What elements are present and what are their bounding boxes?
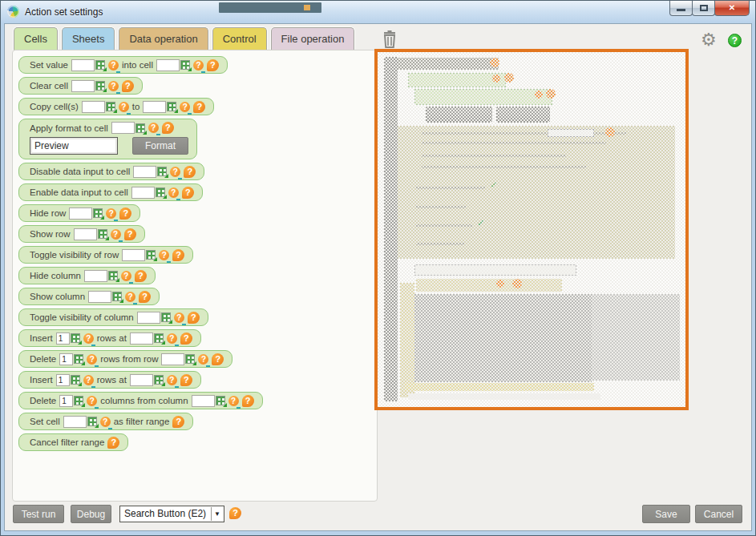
help-dropdown-icon[interactable]: ? [87, 396, 97, 406]
cell-picker-icon[interactable] [87, 417, 97, 426]
cell-picker-icon[interactable] [154, 333, 164, 343]
cell-ref-input[interactable]: 1 [56, 374, 70, 386]
help-dropdown-icon[interactable]: ? [100, 417, 111, 427]
cell-ref-input[interactable] [143, 101, 166, 113]
help-bubble-icon[interactable]: ? [229, 507, 241, 519]
help-dropdown-icon[interactable]: ? [170, 167, 180, 177]
help-icon[interactable]: ? [728, 34, 742, 47]
cell-picker-icon[interactable] [146, 250, 156, 260]
action-block[interactable]: Insert1?rows at?? [18, 371, 201, 389]
cell-picker-icon[interactable] [71, 375, 80, 385]
cell-ref-input[interactable] [74, 228, 97, 240]
cell-ref-input[interactable] [82, 101, 105, 113]
help-bubble-icon[interactable]: ? [172, 416, 184, 428]
tab-cells[interactable]: Cells [14, 27, 58, 50]
cell-ref-input[interactable] [133, 166, 156, 178]
help-dropdown-icon[interactable]: ? [125, 292, 135, 302]
trash-icon[interactable] [380, 30, 399, 49]
action-block[interactable]: Clear cell?? [18, 77, 143, 95]
action-block[interactable]: Delete1?columns from column?? [18, 392, 263, 409]
action-block[interactable]: Delete1?rows from row?? [18, 350, 232, 368]
cell-ref-input[interactable] [161, 353, 184, 365]
help-dropdown-icon[interactable]: ? [168, 187, 179, 198]
help-bubble-icon[interactable]: ? [122, 80, 134, 92]
help-bubble-icon[interactable]: ? [207, 59, 219, 71]
help-bubble-icon[interactable]: ? [135, 270, 147, 282]
cell-picker-icon[interactable] [180, 60, 190, 70]
cell-ref-input[interactable] [88, 291, 111, 303]
action-block[interactable]: Cancel filter range? [18, 433, 128, 451]
gear-icon[interactable]: ⚙ [701, 30, 717, 50]
cell-ref-input[interactable] [63, 416, 87, 428]
help-dropdown-icon[interactable]: ? [180, 102, 190, 112]
cell-picker-icon[interactable] [95, 60, 105, 70]
cell-picker-icon[interactable] [156, 187, 165, 197]
help-dropdown-icon[interactable]: ? [119, 102, 129, 112]
action-block[interactable]: Enable data input to cell?? [18, 183, 203, 201]
help-dropdown-icon[interactable]: ? [87, 354, 97, 365]
help-dropdown-icon[interactable]: ? [167, 333, 177, 344]
help-dropdown-icon[interactable]: ? [193, 60, 204, 71]
help-dropdown-icon[interactable]: ? [111, 229, 121, 240]
action-block[interactable]: Hide column?? [18, 267, 156, 284]
help-dropdown-icon[interactable]: ? [174, 312, 184, 323]
cell-picker-icon[interactable] [154, 375, 164, 385]
cell-ref-input[interactable] [69, 208, 92, 220]
tab-data-operation[interactable]: Data operation [119, 27, 208, 50]
save-button[interactable]: Save [642, 505, 690, 523]
cell-ref-input[interactable] [84, 270, 107, 282]
cell-picker-icon[interactable] [161, 312, 171, 322]
help-bubble-icon[interactable]: ? [124, 228, 136, 240]
help-dropdown-icon[interactable]: ? [106, 208, 116, 219]
help-bubble-icon[interactable]: ? [172, 249, 184, 261]
action-block[interactable]: Set cell?as filter range? [18, 413, 193, 430]
help-dropdown-icon[interactable]: ? [83, 333, 94, 344]
help-bubble-icon[interactable]: ? [242, 395, 254, 407]
cell-picker-icon[interactable] [95, 81, 105, 91]
action-block[interactable]: Toggle visibility of column?? [18, 308, 208, 326]
help-bubble-icon[interactable]: ? [119, 208, 131, 220]
help-bubble-icon[interactable]: ? [188, 312, 200, 324]
cell-ref-input[interactable]: 1 [59, 395, 73, 407]
tab-file-operation[interactable]: File operation [271, 27, 355, 50]
tab-control[interactable]: Control [212, 27, 267, 50]
minimize-button[interactable] [669, 1, 693, 16]
cell-picker-icon[interactable] [216, 396, 225, 405]
format-button[interactable]: Format [132, 137, 188, 155]
action-block[interactable]: Copy cell(s)?to?? [18, 98, 214, 115]
help-dropdown-icon[interactable]: ? [83, 375, 94, 385]
cell-ref-input[interactable] [122, 249, 145, 261]
help-bubble-icon[interactable]: ? [193, 101, 205, 113]
debug-button[interactable]: Debug [71, 505, 111, 523]
cell-ref-input[interactable] [137, 312, 160, 324]
cell-ref-input[interactable]: 1 [56, 332, 70, 345]
cell-picker-icon[interactable] [112, 292, 122, 301]
action-block[interactable]: Hide row?? [18, 204, 140, 222]
help-dropdown-icon[interactable]: ? [228, 396, 239, 406]
cell-picker-icon[interactable] [185, 354, 195, 364]
target-selector-dropdown[interactable]: Search Button (E2) ▼ [119, 506, 224, 522]
cell-ref-input[interactable] [131, 187, 155, 199]
cell-picker-icon[interactable] [74, 396, 83, 405]
help-bubble-icon[interactable]: ? [182, 187, 194, 199]
help-bubble-icon[interactable]: ? [139, 291, 151, 303]
help-bubble-icon[interactable]: ? [107, 437, 119, 449]
action-block[interactable]: Show column?? [18, 288, 160, 305]
test-run-button[interactable]: Test run [13, 505, 64, 523]
cell-ref-input[interactable] [71, 80, 95, 92]
cell-picker-icon[interactable] [74, 354, 83, 364]
cell-picker-icon[interactable] [71, 333, 80, 343]
action-block[interactable]: Insert1?rows at?? [18, 329, 201, 347]
action-block[interactable]: Set value?into cell?? [18, 56, 228, 74]
cell-ref-input[interactable]: 1 [59, 353, 73, 365]
action-block[interactable]: Disable data input to cell?? [18, 163, 204, 180]
action-preview-drop-zone[interactable]: ✓ ✓ [374, 49, 689, 410]
action-block[interactable]: Apply format to cell??PreviewFormat [18, 119, 197, 159]
help-dropdown-icon[interactable]: ? [108, 81, 119, 91]
help-dropdown-icon[interactable]: ? [148, 123, 159, 133]
help-dropdown-icon[interactable]: ? [198, 354, 208, 365]
cell-picker-icon[interactable] [98, 229, 107, 239]
cancel-button[interactable]: Cancel [695, 505, 742, 523]
cell-picker-icon[interactable] [167, 102, 176, 111]
help-bubble-icon[interactable]: ? [184, 166, 196, 178]
